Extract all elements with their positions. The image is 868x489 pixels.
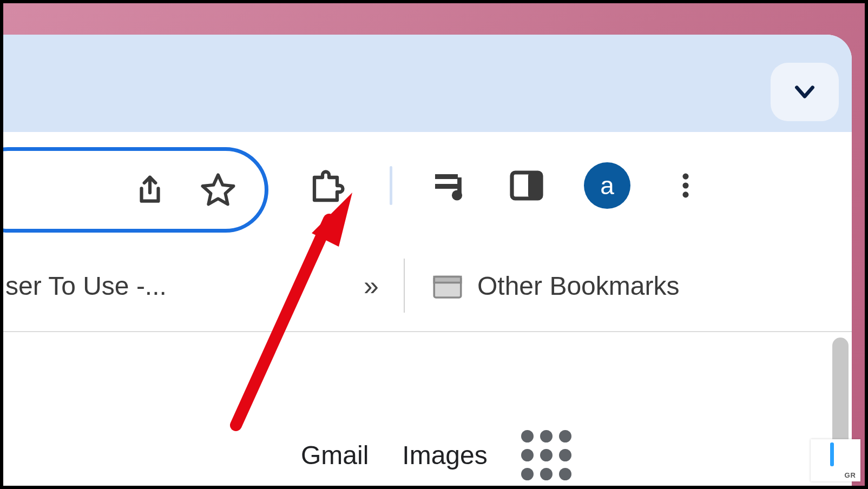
media-playlist-icon [430,166,469,205]
apps-grid-dot [540,430,553,442]
toolbar: a [3,132,852,239]
svg-rect-9 [434,277,461,283]
toolbar-separator [390,166,392,205]
apps-grid-dot [559,468,571,480]
watermark-badge: GR [811,439,860,481]
svg-rect-0 [435,174,458,179]
puzzle-piece-icon [306,166,345,206]
share-icon [133,173,167,207]
svg-rect-4 [528,173,541,199]
chevron-down-icon [791,78,818,105]
svg-point-6 [682,182,688,188]
address-bar[interactable] [3,147,268,233]
profile-letter: a [600,171,614,200]
apps-grid-dot [559,449,571,461]
star-icon [199,171,237,209]
desktop-background: a ser To Use -... » [3,3,865,486]
apps-grid-dot [540,468,553,480]
other-bookmarks-button[interactable]: Other Bookmarks [430,268,679,303]
apps-grid-dot [521,430,534,442]
extensions-button[interactable] [306,166,345,205]
bookmarks-separator [404,259,405,313]
share-button[interactable] [130,170,169,209]
scrollbar-thumb[interactable] [832,338,849,451]
browser-window: a ser To Use -... » [3,35,852,486]
folder-icon [430,268,465,303]
tab-strip [3,35,852,132]
chrome-menu-button[interactable] [666,166,705,205]
bookmarks-overflow-button[interactable]: » [364,270,379,301]
svg-point-2 [452,190,462,200]
profile-avatar[interactable]: a [584,162,630,209]
watermark-text: GR [845,471,857,479]
other-bookmarks-label: Other Bookmarks [477,271,679,301]
svg-rect-1 [435,184,458,189]
side-panel-icon [507,166,546,205]
tab-search-button[interactable] [771,63,839,121]
apps-grid-dot [540,449,553,461]
side-panel-button[interactable] [507,166,546,205]
svg-point-5 [682,174,688,180]
gmail-link[interactable]: Gmail [301,440,369,470]
apps-grid-dot [521,449,534,461]
overflow-glyph: » [364,270,379,301]
google-header-links: Gmail Images [301,430,571,480]
svg-point-7 [682,191,688,197]
bookmarks-bar: ser To Use -... » Other Bookmarks [3,239,852,332]
bookmark-label: ser To Use -... [5,271,167,301]
page-content: Gmail Images [3,332,852,486]
apps-grid-dot [521,468,534,480]
media-control-button[interactable] [430,166,469,205]
toolbar-actions: a [295,132,852,239]
vertical-dots-icon [670,170,701,201]
apps-grid-dot [559,430,571,442]
bookmark-button[interactable] [199,170,238,209]
google-apps-button[interactable] [521,430,571,480]
images-link[interactable]: Images [402,440,487,470]
bookmark-item[interactable]: ser To Use -... [5,271,167,301]
